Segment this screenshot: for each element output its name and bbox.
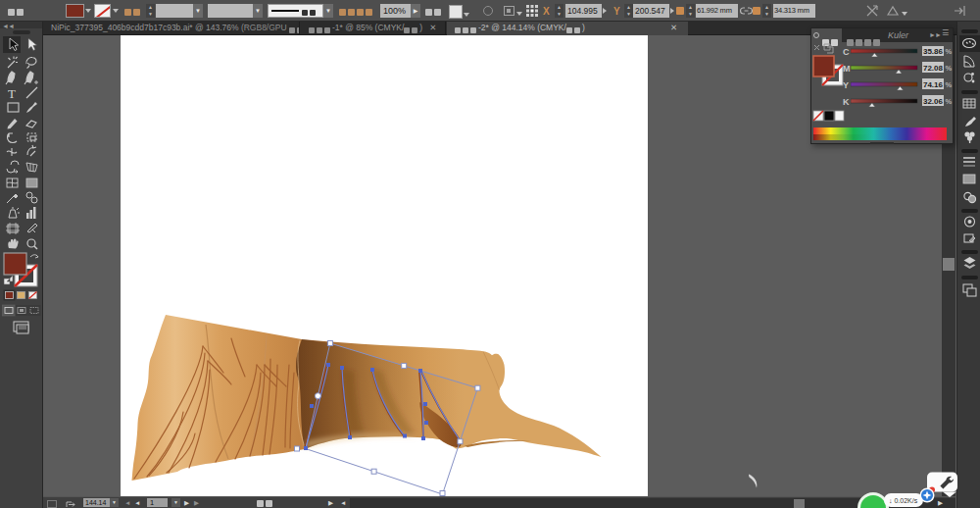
svg-text:72.08: 72.08	[923, 64, 944, 73]
svg-text:T: T	[8, 86, 16, 101]
svg-text:74.16: 74.16	[923, 80, 944, 89]
svg-text:%: %	[946, 80, 953, 89]
svg-text:%: %	[946, 97, 953, 106]
svg-text:32.06: 32.06	[923, 97, 944, 106]
svg-text:↓ 0.02K/s: ↓ 0.02K/s	[889, 497, 918, 504]
svg-text:%: %	[946, 64, 953, 73]
svg-text:%: %	[946, 47, 953, 56]
svg-text:35.86: 35.86	[923, 47, 944, 56]
